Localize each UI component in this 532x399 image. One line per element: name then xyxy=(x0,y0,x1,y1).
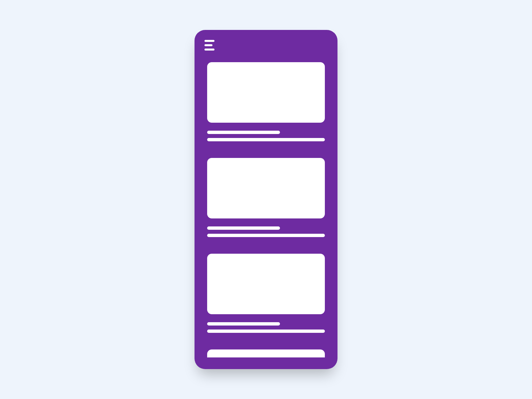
text-line xyxy=(207,138,325,141)
phone-frame xyxy=(195,30,337,369)
text-line xyxy=(207,226,280,230)
card-text-placeholder xyxy=(207,226,325,237)
text-line xyxy=(207,322,280,326)
feed-card[interactable] xyxy=(207,349,325,357)
content-feed[interactable] xyxy=(195,56,337,357)
text-line xyxy=(207,131,280,134)
header xyxy=(195,30,337,56)
card-image-placeholder xyxy=(207,254,325,314)
hamburger-menu-icon[interactable] xyxy=(204,40,215,51)
feed-card[interactable] xyxy=(207,62,325,141)
text-line xyxy=(207,330,325,333)
card-text-placeholder xyxy=(207,131,325,141)
card-text-placeholder xyxy=(207,322,325,333)
card-image-placeholder xyxy=(207,62,325,123)
card-image-placeholder xyxy=(207,349,325,357)
feed-card[interactable] xyxy=(207,254,325,333)
text-line xyxy=(207,234,325,237)
feed-card[interactable] xyxy=(207,158,325,237)
card-image-placeholder xyxy=(207,158,325,218)
